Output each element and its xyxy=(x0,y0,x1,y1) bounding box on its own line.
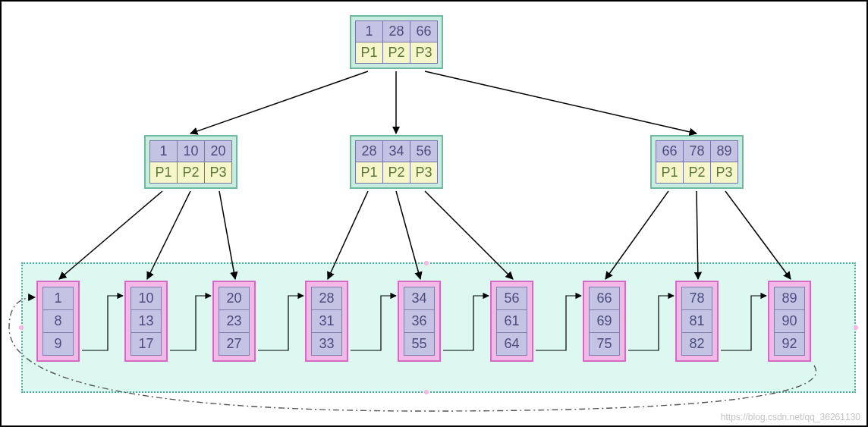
int1-ptr2: P3 xyxy=(410,162,438,184)
root-node: 1 28 66 P1 P2 P3 xyxy=(350,15,443,69)
leaf-node-4: 34 36 55 xyxy=(398,281,441,362)
leaf2-v0: 20 xyxy=(219,287,250,310)
leaf7-v0: 78 xyxy=(682,287,712,310)
int1-key2: 56 xyxy=(410,141,438,162)
leaf1-v0: 10 xyxy=(131,287,162,310)
int0-key1: 10 xyxy=(178,141,205,162)
leaf6-v0: 66 xyxy=(590,287,620,310)
int1-key1: 34 xyxy=(383,141,410,162)
leaf-node-3: 28 31 33 xyxy=(305,281,348,362)
leaf0-v0: 1 xyxy=(43,287,74,310)
internal-node-1: 28 34 56 P1 P2 P3 xyxy=(350,135,443,189)
int2-ptr1: P2 xyxy=(684,162,711,184)
leaf-node-8: 89 90 92 xyxy=(768,281,811,362)
leaf0-v2: 9 xyxy=(43,333,74,356)
leaf4-v1: 36 xyxy=(404,310,435,333)
leaf0-v1: 8 xyxy=(43,310,74,333)
int1-ptr0: P1 xyxy=(356,162,383,184)
leaf1-v1: 13 xyxy=(131,310,162,333)
int0-ptr0: P1 xyxy=(150,162,178,184)
int2-ptr2: P3 xyxy=(711,162,738,184)
leaf-node-5: 56 61 64 xyxy=(490,281,533,362)
leaf3-v1: 31 xyxy=(312,310,342,333)
leaf-node-2: 20 23 27 xyxy=(212,281,256,362)
btree-diagram: { "chart_data": { "type": "tree", "title… xyxy=(0,0,868,427)
root-key-1: 28 xyxy=(383,21,410,42)
root-key-2: 66 xyxy=(410,21,438,42)
leaf-node-0: 1 8 9 xyxy=(36,281,80,362)
leaf2-v1: 23 xyxy=(219,310,250,333)
leaf3-v2: 33 xyxy=(312,333,342,356)
watermark-text: https://blog.csdn.net/qq_36261130 xyxy=(721,412,860,422)
root-table: 1 28 66 P1 P2 P3 xyxy=(355,20,438,64)
int2-key0: 66 xyxy=(656,141,684,162)
leaf8-v1: 90 xyxy=(775,310,805,333)
int0-key2: 20 xyxy=(205,141,232,162)
internal-node-2: 66 78 89 P1 P2 P3 xyxy=(650,135,744,189)
root-key-0: 1 xyxy=(356,21,383,42)
int0-key0: 1 xyxy=(150,141,178,162)
leaf8-v2: 92 xyxy=(775,333,805,356)
int2-ptr0: P1 xyxy=(656,162,684,184)
leaf-node-6: 66 69 75 xyxy=(583,281,626,362)
leaf4-v0: 34 xyxy=(404,287,435,310)
int2-key1: 78 xyxy=(684,141,711,162)
leaf7-v1: 81 xyxy=(682,310,712,333)
leaf7-v2: 82 xyxy=(682,333,712,356)
edge-root-int0 xyxy=(190,71,368,133)
int2-key2: 89 xyxy=(711,141,738,162)
int1-key0: 28 xyxy=(356,141,383,162)
int1-ptr1: P2 xyxy=(383,162,410,184)
leaf-node-1: 10 13 17 xyxy=(124,281,168,362)
leaf6-v1: 69 xyxy=(590,310,620,333)
leaf5-v0: 56 xyxy=(497,287,527,310)
root-ptr-1: P2 xyxy=(383,42,410,64)
leaf6-v2: 75 xyxy=(590,333,620,356)
int0-ptr1: P2 xyxy=(178,162,205,184)
leaf5-v2: 64 xyxy=(497,333,527,356)
leaf8-v0: 89 xyxy=(775,287,805,310)
root-ptr-2: P3 xyxy=(410,42,438,64)
int0-ptr2: P3 xyxy=(205,162,232,184)
edge-root-int2 xyxy=(425,71,697,133)
leaf1-v2: 17 xyxy=(131,333,162,356)
leaf-node-7: 78 81 82 xyxy=(675,281,719,362)
internal-node-0: 1 10 20 P1 P2 P3 xyxy=(144,135,237,189)
leaf3-v0: 28 xyxy=(312,287,342,310)
leaf5-v1: 61 xyxy=(497,310,527,333)
leaf4-v2: 55 xyxy=(404,333,435,356)
leaf2-v2: 27 xyxy=(219,333,250,356)
root-ptr-0: P1 xyxy=(356,42,383,64)
